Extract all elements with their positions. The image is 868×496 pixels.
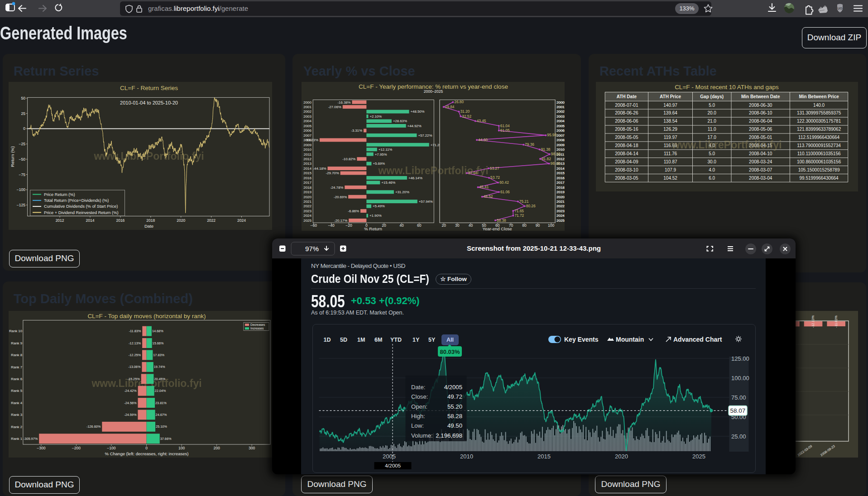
svg-text:110.11000061035156: 110.11000061035156 [797,151,841,156]
svg-text:-126.60%: -126.60% [86,424,101,429]
svg-text:Total Return (Price+Dividends): Total Return (Price+Dividends) (%) [44,198,109,203]
svg-text:www.LibrePortfolio.fyi: www.LibrePortfolio.fyi [671,139,782,151]
svg-text:2010: 2010 [556,148,565,152]
svg-text:104.52: 104.52 [663,176,677,181]
svg-text:2017: 2017 [556,181,565,185]
svg-text:YTD: YTD [390,337,402,343]
svg-text:79.36: 79.36 [525,142,534,147]
svg-text:2009: 2009 [303,143,312,147]
svg-text:2008-04-14: 2008-04-14 [615,151,638,156]
svg-text:+5.49%: +5.49% [373,204,385,208]
svg-text:58.07: 58.07 [730,407,746,414]
svg-text:-24.42%: -24.42% [124,389,137,393]
svg-text:2004: 2004 [556,119,565,123]
svg-text:2007: 2007 [556,134,565,138]
svg-text:1M: 1M [357,337,365,343]
svg-text:2001: 2001 [556,105,565,109]
svg-text:+15.46%: +15.46% [381,181,395,185]
svg-text:2008-06-06: 2008-06-06 [615,119,638,124]
svg-text:75.00: 75.00 [731,394,746,401]
svg-text:2018: 2018 [146,218,155,223]
svg-text:-11.83%: -11.83% [129,329,141,333]
svg-text:Price + Dividend Reinvested Re: Price + Dividend Reinvested Return (%) [44,210,119,215]
svg-text:53.27: 53.27 [490,166,499,171]
svg-text:31.20: 31.20 [460,109,470,114]
svg-text:2000: 2000 [303,100,312,105]
svg-text:2024: 2024 [556,214,565,218]
svg-text:22.04%: 22.04% [155,389,166,393]
svg-text:2020: 2020 [556,195,565,199]
svg-text:2023: 2023 [556,209,565,213]
svg-text:www.LibrePortfolio.fyi: www.LibrePortfolio.fyi [93,150,204,162]
svg-text:-44.18%: -44.18% [313,167,326,171]
svg-text:-12.13%: -12.13% [811,315,815,328]
svg-text:Advanced Chart: Advanced Chart [673,336,722,343]
svg-text:23.81%: 23.81% [155,401,167,405]
svg-text:2008: 2008 [303,138,312,142]
svg-text:-6.86%: -6.86% [348,209,359,213]
svg-text:107.9: 107.9 [665,167,676,172]
svg-text:49.72: 49.72 [447,393,462,400]
svg-text:2019: 2019 [556,190,565,194]
svg-text:Rank 5: Rank 5 [11,389,22,393]
svg-text:Date: Date [144,224,153,229]
svg-text:−75: −75 [19,172,26,177]
svg-text:20.0: 20.0 [707,110,716,115]
svg-text:High:: High: [411,413,425,420]
svg-text:+31.20%: +31.20% [395,190,409,194]
svg-text:55.20: 55.20 [447,403,462,410]
svg-text:37.66%: 37.66% [160,437,172,441]
svg-text:-305.97%: -305.97% [24,437,38,441]
svg-text:1D: 1D [324,337,331,343]
svg-text:-3.31%: -3.31% [351,129,362,133]
svg-text:2015: 2015 [303,171,312,175]
svg-text:2000: 2000 [556,100,565,105]
svg-text:2006: 2006 [303,129,312,133]
svg-text:1Y: 1Y [412,337,420,343]
svg-text:20.45%: 20.45% [154,377,165,381]
svg-text:2001: 2001 [303,105,312,109]
svg-text:2012: 2012 [56,218,64,223]
svg-text:0: 0 [23,126,25,131]
svg-text:2014: 2014 [556,167,565,171]
svg-text:24.67%: 24.67% [156,413,167,417]
svg-text:98.83: 98.83 [551,152,561,156]
svg-text:−125: −125 [17,203,25,207]
svg-text:-11.83%: -11.83% [834,315,838,328]
svg-text:2016: 2016 [303,176,312,180]
svg-text:+57.94%: +57.94% [419,200,433,204]
svg-text:4.0: 4.0 [709,167,715,172]
svg-text:110.87: 110.87 [664,159,677,164]
svg-text:Volume:: Volume: [411,432,433,439]
svg-text:61.05: 61.05 [500,128,510,133]
svg-text:+48.50%: +48.50% [411,110,425,114]
svg-text:+57.22%: +57.22% [418,134,432,138]
svg-text:-13.06%: -13.06% [128,365,141,369]
svg-text:100.00: 100.00 [731,375,749,382]
svg-text:ATH Date: ATH Date [617,94,637,99]
svg-text:Open:: Open: [411,403,427,410]
svg-text:-15.25%: -15.25% [128,377,140,381]
svg-text:2007: 2007 [303,134,312,138]
svg-text:Decreases: Decreases [250,323,265,326]
svg-text:2018: 2018 [556,186,565,190]
svg-text:Rank 4: Rank 4 [11,401,22,405]
svg-text:Rank 10: Rank 10 [9,329,23,333]
svg-text:2009: 2009 [556,143,565,147]
svg-text:105.1500015258789: 105.1500015258789 [798,167,840,172]
svg-text:2022: 2022 [207,218,216,223]
svg-text:19.74%: 19.74% [154,365,165,369]
svg-text:2025: 2025 [303,219,312,223]
svg-text:14.68%: 14.68% [152,329,163,333]
svg-text:+44.92%: +44.92% [408,124,422,128]
svg-text:-24.78%: -24.78% [330,186,343,190]
svg-text:2011: 2011 [304,153,312,157]
svg-text:2008-04-18: 2008-04-18 [615,143,638,148]
svg-text:138.54: 138.54 [663,119,677,124]
svg-text:2015: 2015 [556,171,565,175]
svg-text:95.98: 95.98 [547,133,556,137]
svg-text:Low:: Low: [411,422,424,429]
svg-text:19.84: 19.84 [445,105,455,109]
svg-text:+46.14%: +46.14% [408,176,422,180]
svg-text:61.04: 61.04 [500,124,510,128]
